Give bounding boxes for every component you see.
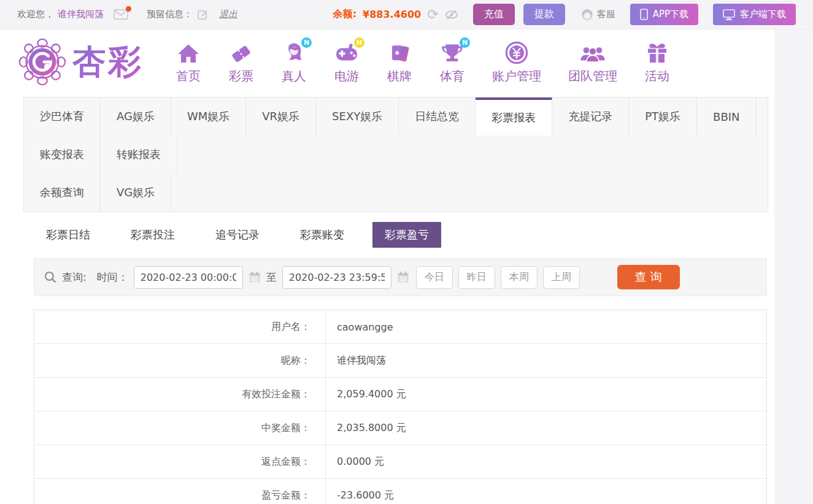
client-download-button[interactable]: 客户端下载: [713, 4, 796, 25]
withdraw-button[interactable]: 提款: [523, 4, 565, 25]
page: 欢迎您，谁伴我闯荡 预留信息： 退出 余额: ¥883.4600 ⟳ 充值 提款: [0, 0, 813, 504]
customer-service-link[interactable]: 客服: [581, 9, 615, 21]
nav-badge: N: [460, 37, 470, 48]
report-tab[interactable]: WM娱乐: [171, 97, 246, 136]
subtab-label: 彩票日结: [46, 228, 90, 241]
recharge-button[interactable]: 充值: [473, 4, 515, 25]
table-row: 昵称： 谁伴我闯荡: [34, 344, 766, 378]
reserved-info-label: 预留信息：: [147, 9, 193, 20]
calendar-icon[interactable]: [397, 271, 409, 283]
row-value: 2,059.4000 元: [326, 378, 766, 411]
time-from-input[interactable]: [134, 266, 243, 289]
subtab[interactable]: 彩票日结: [34, 222, 102, 248]
nav-item[interactable]: 活动: [644, 40, 670, 85]
mail-icon[interactable]: [114, 9, 128, 20]
report-tab-label: 彩票报表: [491, 110, 536, 125]
table-row: 盈亏金额： -23.6000 元: [34, 479, 766, 504]
time-to-input[interactable]: [282, 266, 391, 289]
site-logo[interactable]: 杏彩: [18, 38, 144, 86]
row-value: 谁伴我闯荡: [326, 344, 766, 377]
nav-item[interactable]: N 真人: [281, 40, 307, 85]
subtab-label: 追号记录: [215, 228, 260, 241]
nav-item[interactable]: N 体育: [439, 40, 465, 85]
welcome-text: 欢迎您，: [17, 9, 54, 20]
query-bar: 查询: 时间： 至 今日 昨日 本周 上周 查 询: [34, 258, 767, 296]
nav-item[interactable]: 彩票: [228, 40, 254, 85]
row-value: 0.0000 元: [326, 445, 766, 478]
row-label: 昵称：: [34, 344, 326, 377]
query-label: 查询:: [62, 270, 87, 284]
hide-balance-icon[interactable]: [445, 9, 458, 20]
nav-item[interactable]: 团队管理: [568, 40, 617, 85]
nav-item-label: 真人: [282, 68, 306, 85]
row-label: 盈亏金额：: [34, 479, 326, 504]
report-tab[interactable]: BBIN: [697, 97, 756, 136]
logout-link[interactable]: 退出: [219, 9, 237, 20]
nav-item[interactable]: 账户管理: [492, 40, 541, 85]
report-tab[interactable]: 转账报表: [101, 136, 177, 174]
nav-item-label: 账户管理: [492, 68, 541, 85]
report-tab[interactable]: 沙巴体育: [24, 97, 101, 136]
app-download-button[interactable]: APP下载: [630, 4, 698, 25]
report-tab[interactable]: 日结总览: [399, 97, 476, 136]
table-row: 有效投注金额： 2,059.4000 元: [34, 378, 766, 411]
logo-text: 杏彩: [72, 40, 144, 85]
quick-range-button[interactable]: 本周: [501, 266, 538, 289]
row-value: 2,035.8000 元: [326, 411, 766, 445]
nav-item-label: 电游: [334, 68, 359, 85]
nav-item[interactable]: H 电游: [334, 40, 360, 85]
refresh-balance-icon[interactable]: ⟳: [427, 8, 438, 21]
nav-badge: H: [354, 37, 364, 48]
row-label: 有效投注金额：: [34, 378, 326, 411]
report-tab[interactable]: PT娱乐: [629, 97, 697, 136]
balance-zone: 余额: ¥883.4600 ⟳ 充值 提款 客服 APP下载 客户端下载: [333, 4, 796, 25]
subtab[interactable]: 彩票账变: [288, 222, 356, 248]
nav-item-label: 首页: [176, 68, 201, 85]
unread-dot: [126, 6, 131, 12]
report-tab[interactable]: AG娱乐: [101, 97, 171, 136]
client-download-label: 客户端下载: [740, 9, 786, 20]
app-download-label: APP下载: [653, 9, 688, 20]
subtab-label: 彩票账变: [300, 228, 344, 241]
calendar-icon[interactable]: [249, 271, 261, 283]
username-link[interactable]: 谁伴我闯荡: [58, 9, 104, 20]
home-icon: [177, 44, 200, 64]
search-button[interactable]: 查 询: [617, 265, 680, 289]
report-tab-label: 账变报表: [40, 147, 84, 162]
table-row: 返点金额： 0.0000 元: [34, 445, 766, 479]
subtab[interactable]: 追号记录: [203, 222, 272, 248]
report-tabs-row2: 余额查询 VG娱乐: [24, 174, 768, 212]
report-tab-label: 日结总览: [415, 109, 459, 124]
report-tab[interactable]: VG娱乐: [101, 174, 171, 212]
balance-label: 余额:: [333, 8, 356, 21]
report-tab[interactable]: 余额查询: [24, 174, 101, 212]
nav-item[interactable]: 棋牌: [387, 40, 412, 85]
report-tab-label: WM娱乐: [187, 109, 229, 124]
subtab-label: 彩票投注: [131, 228, 175, 241]
header: 杏彩 首页: [0, 29, 774, 97]
table-row: 用户名： caowangge: [34, 310, 766, 344]
quick-range-button[interactable]: 昨日: [458, 266, 495, 289]
report-tab[interactable]: 充提记录: [552, 97, 629, 136]
nav-item-label: 彩票: [229, 68, 253, 85]
report-tabs-row1: 沙巴体育 AG娱乐 WM娱乐 VR娱乐 SEXY娱乐: [24, 97, 768, 174]
edit-icon[interactable]: [198, 9, 208, 20]
report-tab[interactable]: SEXY娱乐: [316, 97, 399, 136]
row-value: caowangge: [326, 310, 766, 343]
row-label: 中奖金额：: [34, 411, 326, 445]
report-tab[interactable]: 彩票报表: [476, 97, 552, 136]
nav-item[interactable]: 首页: [175, 40, 201, 85]
welcome-area: 欢迎您，谁伴我闯荡 预留信息： 退出: [17, 9, 237, 20]
quick-range-button[interactable]: 上周: [543, 266, 580, 289]
row-value: -23.6000 元: [326, 479, 766, 504]
phone-icon: [640, 9, 648, 20]
time-label: 时间：: [97, 270, 128, 284]
report-tab[interactable]: VR娱乐: [246, 97, 316, 136]
search-icon: [44, 271, 56, 283]
customer-service-label: 客服: [597, 9, 615, 20]
subtab[interactable]: 彩票投注: [118, 222, 187, 248]
subtab[interactable]: 彩票盈亏: [372, 222, 441, 248]
report-tab[interactable]: 账变报表: [24, 136, 101, 174]
quick-range-button[interactable]: 今日: [416, 266, 453, 289]
nav-item-label: 团队管理: [568, 68, 617, 85]
